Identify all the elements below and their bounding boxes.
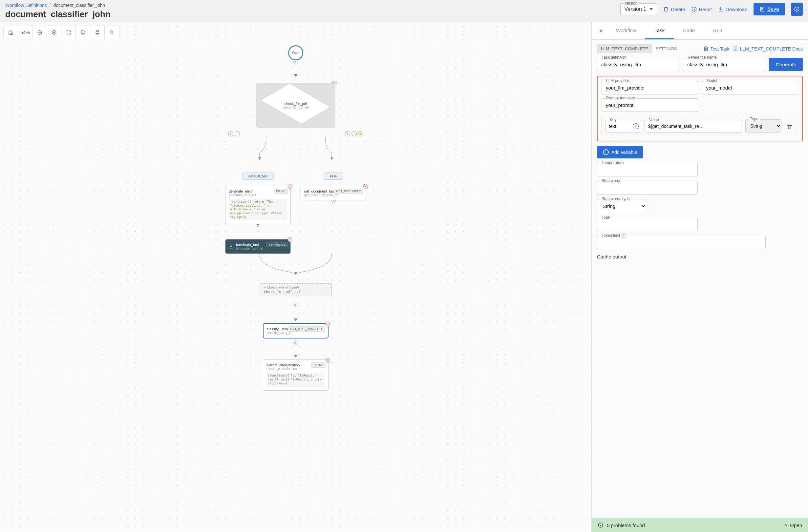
delete-variable-button[interactable]: [785, 124, 794, 133]
reference-name-field: Reference name: [683, 58, 765, 71]
flow-diagram: Start + × check_for_pdf check_for_pdf_re…: [223, 45, 368, 393]
minus-icon: [37, 30, 42, 35]
delete-extract-icon[interactable]: ×: [326, 358, 330, 362]
tab-task[interactable]: Task: [645, 22, 674, 39]
save-more-button[interactable]: [791, 3, 803, 16]
delete-generate-error-icon[interactable]: ×: [288, 184, 292, 189]
docs-link[interactable]: LLM_TEXT_COMPLETE Docs: [733, 46, 803, 52]
stopwords-type-select[interactable]: String: [597, 199, 646, 213]
save-button[interactable]: Save: [754, 3, 785, 15]
branch-connectors: [223, 136, 368, 163]
model-input[interactable]: [702, 81, 798, 94]
branch-port-add-left[interactable]: +: [228, 131, 233, 136]
classify-node[interactable]: × classify_using_llm classify_using_llm …: [263, 323, 329, 339]
start-node[interactable]: Start: [288, 45, 303, 60]
delete-label: Delete: [671, 6, 685, 12]
branch-pdf-label[interactable]: PDF: [324, 172, 343, 180]
zoom-in-button[interactable]: [47, 26, 61, 39]
add-after-start[interactable]: +: [293, 60, 298, 64]
branch-port-remove-left[interactable]: −: [235, 131, 240, 136]
delete-get-document-icon[interactable]: ×: [363, 184, 368, 189]
version-selector[interactable]: Version Version 1: [620, 3, 657, 15]
layers-button[interactable]: [76, 26, 90, 39]
plus-circle-icon: +: [603, 149, 609, 155]
merge-comment: // Marks end of switch: [264, 286, 299, 290]
prompt-label: Prompt template: [605, 96, 636, 100]
home-button[interactable]: [4, 26, 18, 39]
settings-chip[interactable]: SETTINGS: [656, 46, 677, 51]
stopwords-type-label: Stop words type: [600, 196, 631, 201]
reset-button[interactable]: Reset: [691, 6, 712, 12]
tab-workflow[interactable]: Workflow: [607, 22, 645, 39]
generate-error-node[interactable]: × generate_error generate_error_ref INLI…: [225, 186, 291, 224]
workflow-canvas[interactable]: 54% Start + × check_for_pdf check_: [0, 22, 591, 532]
arrow-icon-2: [294, 355, 298, 358]
info-icon[interactable]: i: [622, 233, 626, 238]
topp-input[interactable]: [597, 218, 698, 231]
search-icon: [109, 30, 114, 35]
clear-key-icon[interactable]: ✕: [633, 123, 639, 129]
download-button[interactable]: Download: [718, 6, 748, 12]
generate-button[interactable]: Generate: [769, 58, 803, 71]
zoom-out-button[interactable]: [33, 26, 47, 39]
breadcrumb-current: document_classifier_john: [53, 3, 105, 8]
add-after-classify[interactable]: +: [293, 340, 298, 345]
breadcrumb-parent-link[interactable]: Workflow Definitions: [5, 3, 47, 8]
llm-provider-input[interactable]: [602, 81, 698, 94]
terminate-icon: [229, 244, 233, 249]
delete-classify-icon[interactable]: ×: [325, 322, 330, 326]
open-problems-toggle[interactable]: Open: [783, 522, 802, 528]
panel-tabs: Workflow Task Code Run: [592, 22, 808, 40]
delete-button[interactable]: Delete: [663, 6, 685, 12]
classify-ref: classify_using_llm: [267, 331, 325, 335]
search-canvas-button[interactable]: [105, 26, 119, 39]
ref-name-input[interactable]: [683, 58, 765, 71]
variable-row: Key ✕ Value Type String: [602, 116, 798, 136]
stopwords-label: Stop words: [600, 178, 623, 183]
get-document-node[interactable]: × get_document_task get_document_task_re…: [300, 186, 366, 201]
merge-ref: check_for_pdf_ref: [264, 290, 301, 294]
delete-terminate-icon[interactable]: ×: [288, 238, 292, 242]
prompt-input[interactable]: [602, 98, 698, 112]
fit-button[interactable]: [61, 26, 76, 39]
print-button[interactable]: [90, 26, 105, 39]
branch-default-label[interactable]: defaultCase: [242, 172, 274, 180]
task-def-label: Task definition: [600, 55, 628, 60]
task-definition-field: Task definition: [597, 58, 679, 71]
doc-icon: [733, 46, 738, 52]
test-task-button[interactable]: Test Task: [703, 46, 730, 52]
tab-run[interactable]: Run: [704, 22, 732, 39]
info-circle-icon: [598, 522, 604, 528]
llm-provider-label: LLM provider: [605, 78, 630, 83]
trash-icon: [663, 6, 669, 12]
branch-port-remove-right[interactable]: −: [351, 131, 357, 136]
arrow-down-icon: [294, 74, 298, 77]
kv-type-select[interactable]: String: [745, 119, 782, 133]
add-variable-button[interactable]: + Add variable: [597, 146, 643, 158]
version-value: Version 1: [625, 6, 646, 12]
task-type-chip[interactable]: LLM_TEXT_COMPLETE: [597, 44, 653, 53]
task-def-input[interactable]: [597, 58, 679, 71]
kv-value-field: Value: [645, 120, 742, 133]
extract-node[interactable]: × extract_classification extract_classif…: [263, 360, 329, 390]
download-icon: [718, 6, 724, 12]
branch-port-add-right[interactable]: +: [345, 131, 350, 136]
temperature-input[interactable]: [597, 163, 698, 176]
svg-point-1: [794, 7, 799, 12]
add-after-merge[interactable]: +: [293, 303, 298, 307]
reset-icon: [691, 6, 697, 12]
zoom-display[interactable]: 54%: [18, 26, 33, 39]
collapse-panel-button[interactable]: [595, 25, 607, 36]
temperature-label: Temperature: [600, 160, 625, 165]
delete-decision-icon[interactable]: ×: [332, 81, 337, 85]
gen-error-snippet: (function(){ return "The filename suppli…: [229, 199, 287, 221]
model-field: Model: [702, 81, 798, 94]
switch-end-node[interactable]: // Marks end of switch check_for_pdf_ref: [260, 283, 332, 296]
home-icon: [8, 30, 14, 35]
tab-code[interactable]: Code: [674, 22, 704, 39]
stopwords-input[interactable]: [597, 181, 698, 194]
branch-port-add-branch[interactable]: +: [358, 131, 363, 136]
extract-tag: INLINE: [311, 362, 326, 368]
download-label: Download: [726, 6, 748, 12]
terminate-node[interactable]: × terminate_task terminate_task_ref TERM…: [225, 239, 291, 254]
